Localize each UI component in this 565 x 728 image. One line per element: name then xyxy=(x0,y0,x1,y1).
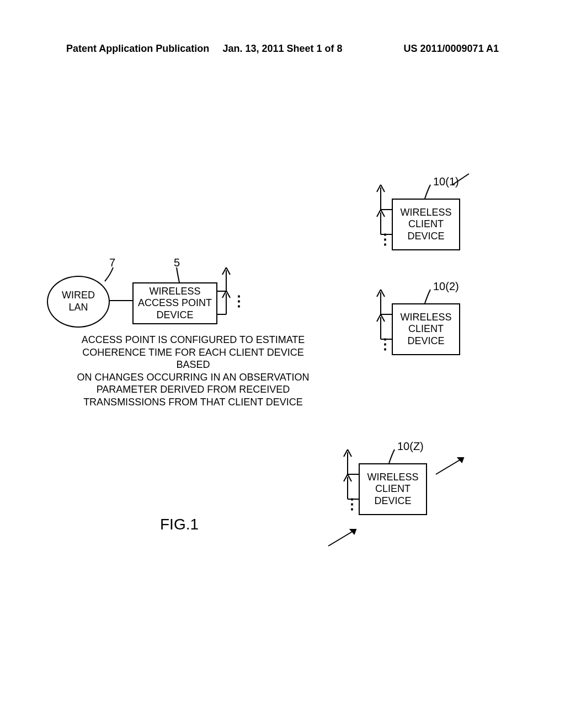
svg-line-3 xyxy=(222,267,226,275)
svg-line-11 xyxy=(377,185,381,192)
ap-label-2: ACCESS POINT xyxy=(138,297,212,309)
client2-l3: DEVICE xyxy=(407,335,444,347)
client2-antenna-dots: ⋮ xyxy=(378,342,392,346)
ap-caption: ACCESS POINT IS CONFIGURED TO ESTIMATE C… xyxy=(72,334,315,408)
client1-ref: 10(1) xyxy=(433,175,459,188)
wired-lan-node: WIRED LAN xyxy=(47,276,110,328)
caption-l3: ON CHANGES OCCURRING IN AN OBSERVATION xyxy=(72,371,315,384)
client2-l2: CLIENT xyxy=(408,323,444,335)
client1-l2: CLIENT xyxy=(408,218,444,231)
header-mid: Jan. 13, 2011 Sheet 1 of 8 xyxy=(210,43,354,55)
header-right: US 2011/0009071 A1 xyxy=(355,43,499,55)
figure-label: FIG.1 xyxy=(160,516,199,533)
svg-line-34 xyxy=(436,458,463,474)
ap-antenna-dots: ⋮ xyxy=(232,299,246,303)
svg-line-36 xyxy=(328,529,356,546)
clientz-ref: 10(Z) xyxy=(397,440,424,453)
svg-line-32 xyxy=(344,474,348,481)
client2-ref: 10(2) xyxy=(433,280,459,293)
svg-line-16 xyxy=(381,210,385,217)
page-header: Patent Application Publication Jan. 13, … xyxy=(0,43,565,55)
svg-line-29 xyxy=(348,449,351,457)
svg-line-33 xyxy=(348,474,351,481)
caption-l5: TRANSMISSIONS FROM THAT CLIENT DEVICE xyxy=(72,396,315,409)
caption-l1: ACCESS POINT IS CONFIGURED TO ESTIMATE xyxy=(72,334,315,346)
client1-l3: DEVICE xyxy=(407,231,444,243)
clientz-l1: WIRELESS xyxy=(367,472,418,484)
caption-l2: COHERENCE TIME FOR EACH CLIENT DEVICE BA… xyxy=(72,346,315,371)
clientz-l2: CLIENT xyxy=(375,483,411,495)
svg-line-15 xyxy=(377,210,381,217)
diagram: WIRED LAN 7 WIRELESS ACCESS POINT DEVICE… xyxy=(50,154,513,585)
svg-line-12 xyxy=(381,185,385,192)
caption-l4: PARAMETER DERIVED FROM RECEIVED xyxy=(72,383,315,396)
ap-label-3: DEVICE xyxy=(156,309,193,322)
client1-antenna-dots: ⋮ xyxy=(378,237,392,242)
wired-lan-label-2: LAN xyxy=(68,302,88,314)
ap-ref: 5 xyxy=(174,256,180,269)
wired-lan-label-1: WIRED xyxy=(62,290,95,302)
client-z-node: WIRELESS CLIENT DEVICE xyxy=(359,463,427,515)
client-1-node: WIRELESS CLIENT DEVICE xyxy=(392,199,460,250)
client-2-node: WIRELESS CLIENT DEVICE xyxy=(392,303,460,355)
clientz-antenna-dots: ⋮ xyxy=(345,502,359,506)
wired-lan-ref: 7 xyxy=(109,256,115,269)
client1-l1: WIRELESS xyxy=(400,207,451,219)
svg-line-24 xyxy=(377,314,381,322)
svg-line-8 xyxy=(226,291,230,298)
svg-line-4 xyxy=(226,267,230,275)
svg-line-25 xyxy=(381,314,385,322)
svg-line-20 xyxy=(377,290,381,297)
ap-label-1: WIRELESS xyxy=(149,286,200,298)
svg-line-21 xyxy=(381,290,385,297)
clientz-l3: DEVICE xyxy=(374,495,411,507)
client2-l1: WIRELESS xyxy=(400,312,451,324)
header-left: Patent Application Publication xyxy=(66,43,210,55)
svg-line-28 xyxy=(344,449,348,457)
access-point-node: WIRELESS ACCESS POINT DEVICE xyxy=(132,282,217,324)
